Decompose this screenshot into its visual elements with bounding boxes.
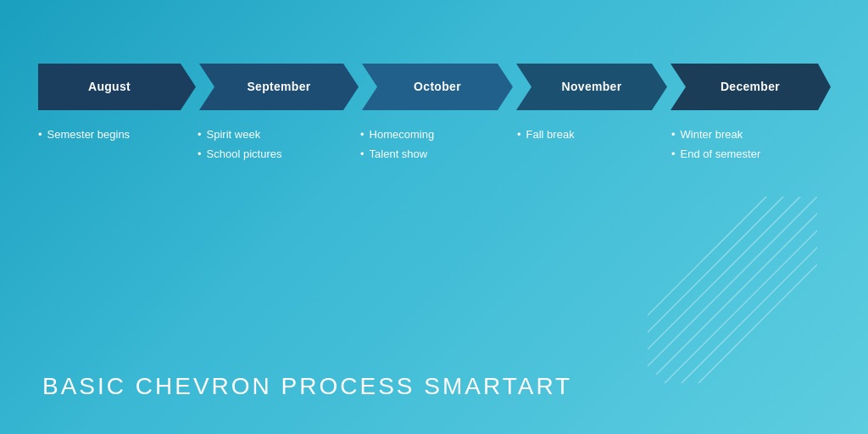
bullets-row: •Semester begins •Spirit week •School pi…: [38, 125, 830, 164]
svg-line-7: [682, 231, 817, 383]
chevron-process: August September October November Decemb…: [38, 64, 830, 164]
chevron-november-label: November: [562, 80, 622, 93]
chevron-september-label: September: [247, 80, 310, 93]
bullet-icon: •: [671, 125, 676, 143]
september-bullets: •Spirit week •School pictures: [198, 125, 360, 164]
page-title: BASIC CHEVRON PROCESS SMARTART: [42, 373, 572, 400]
decorative-lines: [648, 197, 817, 383]
chevron-december-label: December: [721, 80, 780, 93]
bullet-icon: •: [517, 125, 521, 143]
bullet-text: Spirit week: [207, 125, 261, 143]
chevron-october-label: October: [414, 80, 461, 93]
chevron-august-label: August: [88, 80, 131, 93]
bullet-text: Talent show: [370, 145, 428, 163]
bullet-text: End of semester: [681, 145, 761, 163]
bullet-icon: •: [198, 145, 202, 163]
bullet-text: Homecoming: [370, 125, 435, 143]
chevrons-svg: August September October November Decemb…: [38, 64, 831, 110]
bullet-icon: •: [360, 125, 364, 143]
svg-line-0: [648, 197, 817, 366]
october-bullets: •Homecoming •Talent show: [360, 125, 517, 164]
svg-line-4: [648, 197, 800, 349]
title-area: BASIC CHEVRON PROCESS SMARTART: [42, 373, 572, 400]
bullet-text: Semester begins: [47, 125, 131, 143]
bullet-icon: •: [198, 125, 202, 143]
bullet-text: Winter break: [681, 125, 743, 143]
svg-line-6: [648, 197, 792, 341]
svg-line-5: [673, 222, 817, 383]
svg-line-3: [665, 214, 817, 383]
bullet-text: Fall break: [526, 125, 575, 143]
december-bullets: •Winter break •End of semester: [671, 125, 824, 164]
bullet-icon: •: [360, 145, 364, 163]
august-bullets: •Semester begins: [38, 125, 198, 164]
bullet-text: School pictures: [207, 145, 282, 163]
bullet-icon: •: [671, 145, 676, 163]
svg-line-2: [648, 197, 809, 358]
november-bullets: •Fall break: [517, 125, 671, 164]
bullet-icon: •: [38, 125, 42, 143]
svg-line-1: [656, 205, 817, 375]
